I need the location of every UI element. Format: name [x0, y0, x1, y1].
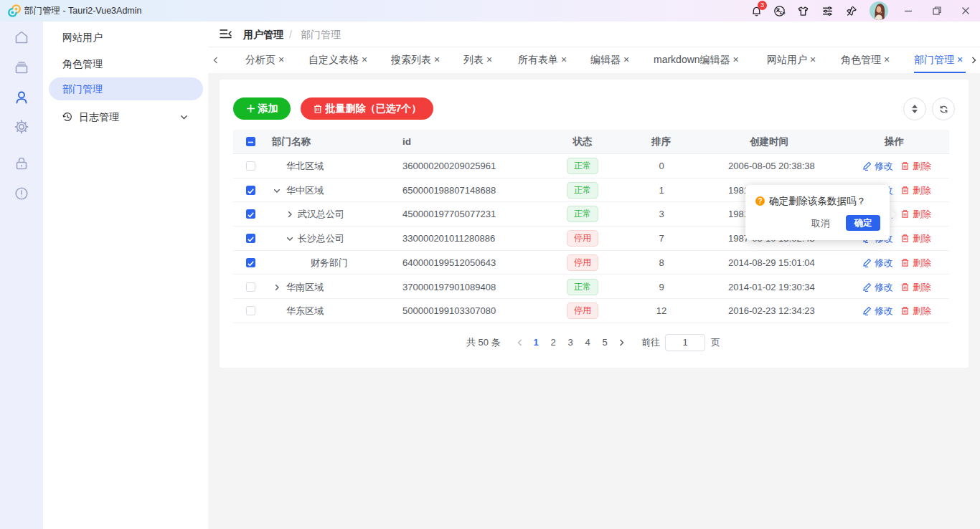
svg-text:En: En	[780, 11, 786, 15]
